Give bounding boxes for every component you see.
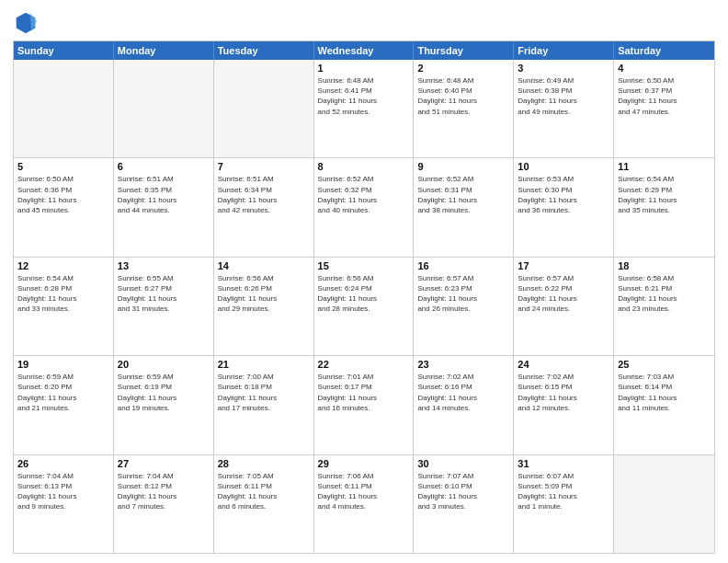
day-number: 14 (218, 260, 310, 271)
day-info: Sunrise: 7:03 AM Sunset: 6:14 PM Dayligh… (618, 372, 711, 413)
day-info: Sunrise: 6:59 AM Sunset: 6:19 PM Dayligh… (118, 372, 210, 413)
day-info: Sunrise: 6:50 AM Sunset: 6:37 PM Dayligh… (618, 75, 711, 117)
day-number: 18 (618, 260, 711, 271)
day-number: 22 (318, 359, 410, 370)
calendar-header: SundayMondayTuesdayWednesdayThursdayFrid… (14, 41, 714, 60)
calendar-cell: 17Sunrise: 6:57 AM Sunset: 6:22 PM Dayli… (514, 258, 614, 355)
day-info: Sunrise: 6:48 AM Sunset: 6:41 PM Dayligh… (318, 75, 410, 117)
calendar-cell: 4Sunrise: 6:50 AM Sunset: 6:37 PM Daylig… (614, 60, 714, 157)
calendar-cell: 24Sunrise: 7:02 AM Sunset: 6:15 PM Dayli… (514, 356, 614, 454)
calendar-row-1: 1Sunrise: 6:48 AM Sunset: 6:41 PM Daylig… (14, 60, 714, 158)
day-info: Sunrise: 7:02 AM Sunset: 6:15 PM Dayligh… (518, 372, 609, 413)
calendar-cell: 31Sunrise: 6:07 AM Sunset: 5:09 PM Dayli… (514, 455, 614, 553)
calendar-cell: 28Sunrise: 7:05 AM Sunset: 6:11 PM Dayli… (214, 455, 314, 553)
day-number: 19 (17, 359, 109, 370)
day-info: Sunrise: 6:54 AM Sunset: 6:29 PM Dayligh… (618, 174, 711, 215)
calendar-cell: 23Sunrise: 7:02 AM Sunset: 6:16 PM Dayli… (414, 356, 514, 454)
page: SundayMondayTuesdayWednesdayThursdayFrid… (0, 0, 728, 563)
day-info: Sunrise: 7:04 AM Sunset: 6:12 PM Dayligh… (118, 471, 210, 512)
calendar-cell: 7Sunrise: 6:51 AM Sunset: 6:34 PM Daylig… (214, 158, 314, 256)
calendar-cell: 18Sunrise: 6:58 AM Sunset: 6:21 PM Dayli… (614, 258, 714, 355)
calendar-cell: 22Sunrise: 7:01 AM Sunset: 6:17 PM Dayli… (314, 356, 415, 454)
day-number: 2 (417, 63, 509, 74)
calendar-cell: 2Sunrise: 6:48 AM Sunset: 6:40 PM Daylig… (414, 60, 514, 157)
day-number: 4 (618, 63, 711, 74)
day-info: Sunrise: 6:57 AM Sunset: 6:22 PM Dayligh… (518, 273, 609, 315)
day-info: Sunrise: 7:07 AM Sunset: 6:10 PM Dayligh… (417, 471, 509, 512)
calendar-cell: 12Sunrise: 6:54 AM Sunset: 6:28 PM Dayli… (14, 258, 114, 355)
calendar-cell (614, 455, 714, 553)
day-number: 7 (218, 161, 310, 172)
calendar-cell: 11Sunrise: 6:54 AM Sunset: 6:29 PM Dayli… (614, 158, 714, 256)
day-info: Sunrise: 6:53 AM Sunset: 6:30 PM Dayligh… (518, 174, 609, 215)
calendar-cell: 20Sunrise: 6:59 AM Sunset: 6:19 PM Dayli… (114, 356, 214, 454)
day-info: Sunrise: 6:48 AM Sunset: 6:40 PM Dayligh… (417, 75, 509, 117)
calendar-body: 1Sunrise: 6:48 AM Sunset: 6:41 PM Daylig… (14, 60, 714, 553)
day-info: Sunrise: 6:52 AM Sunset: 6:31 PM Dayligh… (417, 174, 509, 215)
day-info: Sunrise: 7:04 AM Sunset: 6:13 PM Dayligh… (17, 471, 109, 512)
day-info: Sunrise: 6:58 AM Sunset: 6:21 PM Dayligh… (618, 273, 711, 315)
calendar-cell: 10Sunrise: 6:53 AM Sunset: 6:30 PM Dayli… (514, 158, 614, 256)
day-info: Sunrise: 7:00 AM Sunset: 6:18 PM Dayligh… (218, 372, 310, 413)
day-number: 25 (618, 359, 711, 370)
day-info: Sunrise: 6:54 AM Sunset: 6:28 PM Dayligh… (17, 273, 109, 315)
calendar-cell: 27Sunrise: 7:04 AM Sunset: 6:12 PM Dayli… (114, 455, 214, 553)
calendar-cell: 29Sunrise: 7:06 AM Sunset: 6:11 PM Dayli… (314, 455, 415, 553)
calendar-cell: 3Sunrise: 6:49 AM Sunset: 6:38 PM Daylig… (514, 60, 614, 157)
calendar: SundayMondayTuesdayWednesdayThursdayFrid… (13, 40, 715, 554)
calendar-cell: 8Sunrise: 6:52 AM Sunset: 6:32 PM Daylig… (314, 158, 415, 256)
day-info: Sunrise: 6:56 AM Sunset: 6:24 PM Dayligh… (318, 273, 410, 315)
day-number: 1 (318, 63, 410, 74)
day-info: Sunrise: 6:49 AM Sunset: 6:38 PM Dayligh… (518, 75, 609, 117)
day-number: 11 (618, 161, 711, 172)
day-info: Sunrise: 6:51 AM Sunset: 6:34 PM Dayligh… (218, 174, 310, 215)
weekday-header-friday: Friday (514, 41, 614, 60)
day-info: Sunrise: 7:05 AM Sunset: 6:11 PM Dayligh… (218, 471, 310, 512)
calendar-cell: 9Sunrise: 6:52 AM Sunset: 6:31 PM Daylig… (414, 158, 514, 256)
day-number: 23 (417, 359, 509, 370)
day-number: 8 (318, 161, 410, 172)
weekday-header-wednesday: Wednesday (314, 41, 415, 60)
day-number: 28 (218, 458, 310, 469)
calendar-row-4: 19Sunrise: 6:59 AM Sunset: 6:20 PM Dayli… (14, 356, 714, 454)
day-number: 26 (17, 458, 109, 469)
day-number: 13 (118, 260, 210, 271)
day-number: 15 (318, 260, 410, 271)
day-info: Sunrise: 7:06 AM Sunset: 6:11 PM Dayligh… (318, 471, 410, 512)
day-number: 29 (318, 458, 410, 469)
day-number: 30 (417, 458, 509, 469)
calendar-cell (214, 60, 314, 157)
day-number: 31 (518, 458, 609, 469)
calendar-cell: 1Sunrise: 6:48 AM Sunset: 6:41 PM Daylig… (314, 60, 415, 157)
day-number: 21 (218, 359, 310, 370)
weekday-header-sunday: Sunday (14, 41, 114, 60)
logo (13, 9, 42, 35)
day-info: Sunrise: 6:52 AM Sunset: 6:32 PM Dayligh… (318, 174, 410, 215)
logo-icon (13, 9, 39, 35)
day-info: Sunrise: 7:02 AM Sunset: 6:16 PM Dayligh… (417, 372, 509, 413)
header (13, 9, 715, 35)
day-number: 16 (417, 260, 509, 271)
calendar-cell: 21Sunrise: 7:00 AM Sunset: 6:18 PM Dayli… (214, 356, 314, 454)
calendar-cell: 26Sunrise: 7:04 AM Sunset: 6:13 PM Dayli… (14, 455, 114, 553)
calendar-cell: 19Sunrise: 6:59 AM Sunset: 6:20 PM Dayli… (14, 356, 114, 454)
day-info: Sunrise: 6:57 AM Sunset: 6:23 PM Dayligh… (417, 273, 509, 315)
calendar-row-5: 26Sunrise: 7:04 AM Sunset: 6:13 PM Dayli… (14, 455, 714, 553)
day-number: 3 (518, 63, 609, 74)
calendar-cell: 16Sunrise: 6:57 AM Sunset: 6:23 PM Dayli… (414, 258, 514, 355)
day-number: 10 (518, 161, 609, 172)
day-number: 9 (417, 161, 509, 172)
calendar-row-3: 12Sunrise: 6:54 AM Sunset: 6:28 PM Dayli… (14, 258, 714, 356)
weekday-header-thursday: Thursday (414, 41, 514, 60)
weekday-header-monday: Monday (114, 41, 214, 60)
day-info: Sunrise: 6:59 AM Sunset: 6:20 PM Dayligh… (17, 372, 109, 413)
day-number: 5 (17, 161, 109, 172)
calendar-cell: 15Sunrise: 6:56 AM Sunset: 6:24 PM Dayli… (314, 258, 415, 355)
calendar-row-2: 5Sunrise: 6:50 AM Sunset: 6:36 PM Daylig… (14, 158, 714, 257)
day-number: 6 (118, 161, 210, 172)
calendar-cell: 30Sunrise: 7:07 AM Sunset: 6:10 PM Dayli… (414, 455, 514, 553)
calendar-cell: 6Sunrise: 6:51 AM Sunset: 6:35 PM Daylig… (114, 158, 214, 256)
day-info: Sunrise: 6:07 AM Sunset: 5:09 PM Dayligh… (518, 471, 609, 512)
calendar-cell (14, 60, 114, 157)
calendar-cell: 13Sunrise: 6:55 AM Sunset: 6:27 PM Dayli… (114, 258, 214, 355)
